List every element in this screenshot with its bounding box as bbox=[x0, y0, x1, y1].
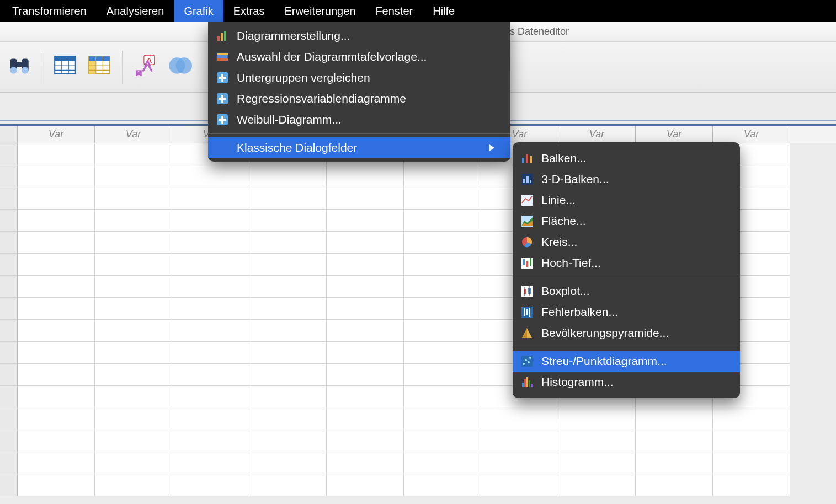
submenu-item-histogramm[interactable]: Histogramm... bbox=[513, 372, 740, 393]
grid-cell[interactable] bbox=[249, 254, 327, 276]
grid-cell[interactable] bbox=[95, 430, 172, 452]
row-header-cell[interactable] bbox=[0, 165, 18, 187]
grid-cell[interactable] bbox=[18, 210, 95, 232]
menu-item-klassische-dialogfelder[interactable]: Klassische Dialogfelder bbox=[208, 137, 510, 158]
grid-cell[interactable] bbox=[558, 430, 636, 452]
grid-cell[interactable] bbox=[249, 474, 327, 496]
grid-cell[interactable] bbox=[95, 187, 172, 210]
menu-hilfe[interactable]: Hilfe bbox=[423, 0, 465, 22]
grid-cell[interactable] bbox=[95, 342, 172, 364]
row-header-cell[interactable] bbox=[0, 232, 18, 254]
column-header[interactable]: Var bbox=[18, 126, 95, 143]
grid-cell[interactable] bbox=[95, 364, 172, 386]
grid-cell[interactable] bbox=[172, 364, 249, 386]
grid-cell[interactable] bbox=[95, 386, 172, 408]
submenu-item-streu-punkt[interactable]: Streu-/Punktdiagramm... bbox=[513, 351, 740, 372]
grid-cell[interactable] bbox=[327, 386, 404, 408]
grid-cell[interactable] bbox=[327, 408, 404, 430]
grid-cell[interactable] bbox=[713, 452, 790, 474]
column-header[interactable]: Var bbox=[558, 126, 636, 143]
row-header-cell[interactable] bbox=[0, 452, 18, 474]
grid-cell[interactable] bbox=[18, 320, 95, 342]
menu-grafik[interactable]: Grafik bbox=[174, 0, 223, 22]
menu-item-untergruppen[interactable]: Untergruppen vergleichen bbox=[208, 67, 510, 88]
grid-cell[interactable] bbox=[558, 474, 636, 496]
grid-cell[interactable] bbox=[558, 452, 636, 474]
grid-cell[interactable] bbox=[404, 320, 481, 342]
toolbar-variable-view-button[interactable] bbox=[84, 52, 114, 82]
grid-cell[interactable] bbox=[327, 342, 404, 364]
grid-cell[interactable] bbox=[18, 452, 95, 474]
grid-cell[interactable] bbox=[18, 232, 95, 254]
grid-cell[interactable] bbox=[172, 430, 249, 452]
menu-item-diagrammerstellung[interactable]: Diagrammerstellung... bbox=[208, 25, 510, 46]
grid-cell[interactable] bbox=[327, 298, 404, 320]
menu-item-diagrammtafelvorlage[interactable]: Auswahl der Diagrammtafelvorlage... bbox=[208, 46, 510, 67]
grid-cell[interactable] bbox=[249, 364, 327, 386]
grid-cell[interactable] bbox=[172, 165, 249, 187]
grid-cell[interactable] bbox=[404, 474, 481, 496]
grid-cell[interactable] bbox=[172, 452, 249, 474]
grid-cell[interactable] bbox=[249, 210, 327, 232]
grid-cell[interactable] bbox=[249, 187, 327, 210]
menu-item-weibull[interactable]: Weibull-Diagramm... bbox=[208, 109, 510, 130]
grid-cell[interactable] bbox=[404, 276, 481, 298]
grid-cell[interactable] bbox=[95, 408, 172, 430]
grid-cell[interactable] bbox=[249, 165, 327, 187]
grid-cell[interactable] bbox=[95, 320, 172, 342]
grid-cell[interactable] bbox=[172, 408, 249, 430]
grid-cell[interactable] bbox=[404, 298, 481, 320]
grid-cell[interactable] bbox=[404, 210, 481, 232]
grid-cell[interactable] bbox=[636, 452, 713, 474]
grid-cell[interactable] bbox=[18, 364, 95, 386]
grid-cell[interactable] bbox=[18, 165, 95, 187]
grid-cell[interactable] bbox=[18, 254, 95, 276]
grid-cell[interactable] bbox=[249, 342, 327, 364]
grid-cell[interactable] bbox=[713, 474, 790, 496]
grid-cell[interactable] bbox=[18, 430, 95, 452]
row-header-cell[interactable] bbox=[0, 386, 18, 408]
row-header-cell[interactable] bbox=[0, 276, 18, 298]
grid-cell[interactable] bbox=[481, 474, 558, 496]
grid-cell[interactable] bbox=[327, 452, 404, 474]
column-header[interactable]: Var bbox=[95, 126, 172, 143]
toolbar-find-button[interactable] bbox=[4, 52, 34, 82]
submenu-item-bevoelkerungspyramide[interactable]: Bevölkerungspyramide... bbox=[513, 323, 740, 344]
toolbar-select-cases-button[interactable] bbox=[164, 52, 194, 82]
grid-cell[interactable] bbox=[249, 408, 327, 430]
grid-cell[interactable] bbox=[172, 474, 249, 496]
row-header-cell[interactable] bbox=[0, 364, 18, 386]
grid-cell[interactable] bbox=[18, 386, 95, 408]
grid-cell[interactable] bbox=[172, 232, 249, 254]
grid-cell[interactable] bbox=[481, 430, 558, 452]
row-header-cell[interactable] bbox=[0, 298, 18, 320]
grid-cell[interactable] bbox=[327, 254, 404, 276]
grid-cell[interactable] bbox=[404, 254, 481, 276]
grid-cell[interactable] bbox=[404, 232, 481, 254]
grid-cell[interactable] bbox=[18, 143, 95, 165]
row-header-cell[interactable] bbox=[0, 474, 18, 496]
submenu-item-flaeche[interactable]: Fläche... bbox=[513, 211, 740, 232]
grid-cell[interactable] bbox=[95, 210, 172, 232]
grid-cell[interactable] bbox=[172, 320, 249, 342]
grid-cell[interactable] bbox=[327, 276, 404, 298]
grid-cell[interactable] bbox=[95, 143, 172, 165]
grid-cell[interactable] bbox=[404, 342, 481, 364]
submenu-item-boxplot[interactable]: Boxplot... bbox=[513, 281, 740, 302]
grid-cell[interactable] bbox=[404, 187, 481, 210]
grid-cell[interactable] bbox=[172, 276, 249, 298]
toolbar-value-labels-button[interactable] bbox=[130, 52, 160, 82]
grid-cell[interactable] bbox=[327, 474, 404, 496]
grid-cell[interactable] bbox=[636, 430, 713, 452]
submenu-item-hoch-tief[interactable]: Hoch-Tief... bbox=[513, 253, 740, 274]
submenu-item-fehlerbalken[interactable]: Fehlerbalken... bbox=[513, 302, 740, 323]
grid-cell[interactable] bbox=[95, 298, 172, 320]
grid-cell[interactable] bbox=[481, 408, 558, 430]
grid-cell[interactable] bbox=[18, 342, 95, 364]
grid-cell[interactable] bbox=[95, 276, 172, 298]
column-header[interactable]: Var bbox=[636, 126, 713, 143]
grid-cell[interactable] bbox=[172, 210, 249, 232]
grid-cell[interactable] bbox=[327, 364, 404, 386]
grid-cell[interactable] bbox=[172, 298, 249, 320]
grid-cell[interactable] bbox=[172, 254, 249, 276]
